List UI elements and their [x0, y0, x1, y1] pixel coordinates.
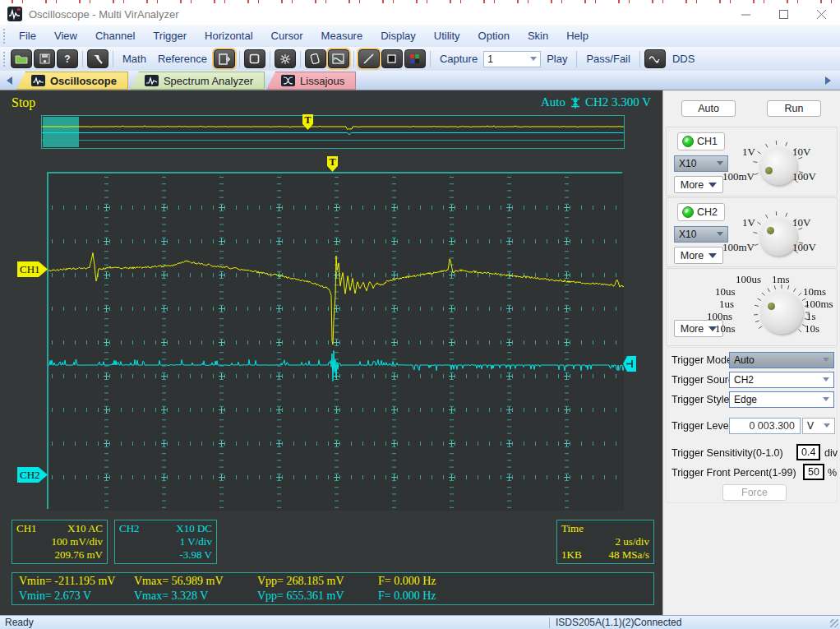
- trigger-level-marker[interactable]: [623, 356, 636, 372]
- knob-label-10ms: 10ms: [803, 285, 826, 298]
- waveform-display-button[interactable]: [328, 49, 349, 68]
- chevron-down-icon: [824, 423, 830, 429]
- line-draw-button[interactable]: [358, 49, 380, 68]
- trigger-source-select[interactable]: CH2: [729, 372, 834, 388]
- trigger-level-unit-select[interactable]: V: [802, 418, 835, 434]
- status-message: Ready: [0, 617, 34, 628]
- sample-rate: 48 MSa/s: [609, 548, 649, 562]
- knob-label-100v: 100V: [792, 170, 816, 183]
- save-button[interactable]: [34, 49, 55, 68]
- tab-spectrum-analyzer[interactable]: Spectrum Analyzer: [130, 72, 265, 90]
- ch1-measurements-row: Vmin= -211.195 mV Vmax= 56.989 mV Vpp= 2…: [19, 574, 653, 589]
- run-button[interactable]: Run: [767, 100, 821, 117]
- menu-display[interactable]: Display: [372, 26, 425, 45]
- ch1-position-flag[interactable]: CH1: [17, 261, 48, 277]
- ch2-more-button[interactable]: More: [674, 247, 723, 264]
- force-trigger-button[interactable]: Force: [722, 484, 787, 501]
- device-button[interactable]: [305, 49, 326, 68]
- autoset-button[interactable]: [275, 49, 296, 68]
- capture-count-value: 1: [487, 53, 493, 65]
- menu-help[interactable]: Help: [557, 26, 598, 45]
- app-icon: [7, 7, 22, 21]
- time-label: Time: [561, 522, 584, 535]
- ch1-button-label: CH1: [697, 136, 718, 147]
- ch2-enable-button[interactable]: CH2: [677, 203, 725, 221]
- auto-button[interactable]: Auto: [681, 100, 736, 117]
- trigger-sensitivity-input[interactable]: 0.4: [796, 444, 820, 460]
- knob-label-1v: 1V: [742, 146, 755, 159]
- document-tab-bar: Oscilloscope Spectrum Analyzer Lissajous: [0, 71, 840, 90]
- trigger-mode-select[interactable]: Auto: [729, 352, 834, 368]
- waveform-overview-strip[interactable]: [41, 115, 625, 149]
- tab-label: Spectrum Analyzer: [164, 75, 253, 87]
- knob-label-100mv: 100mV: [722, 170, 755, 183]
- maximize-button[interactable]: [764, 3, 802, 25]
- trigger-style-value: Edge: [734, 394, 757, 405]
- ch2-probe-value: X10: [679, 229, 696, 240]
- main-toolbar: ? Math Reference Capture 1 Play Pass/Fai…: [0, 47, 840, 71]
- open-file-button[interactable]: [11, 49, 32, 68]
- toolbar-separator: [430, 51, 431, 67]
- dds-icon[interactable]: [644, 49, 666, 68]
- menu-cursor[interactable]: Cursor: [262, 26, 312, 45]
- ch2-position-flag[interactable]: CH2: [17, 467, 48, 483]
- close-button[interactable]: [802, 3, 840, 25]
- ch1-probe-select[interactable]: X10: [674, 155, 728, 172]
- fullscreen-button[interactable]: [244, 49, 265, 68]
- toolbar-separator: [113, 51, 113, 67]
- knob-label-1v: 1V: [742, 216, 755, 229]
- timebase-knob[interactable]: [760, 291, 803, 334]
- minimize-button[interactable]: [727, 3, 764, 25]
- ch2-probe-select[interactable]: X10: [674, 226, 728, 243]
- ch1-readout-box: CH1X10 AC 100 mV/div 209.76 mV: [12, 520, 108, 564]
- menu-utility[interactable]: Utility: [425, 26, 469, 45]
- menu-view[interactable]: View: [45, 26, 86, 45]
- menu-trigger[interactable]: Trigger: [144, 26, 196, 45]
- ch1-vpp: Vpp= 268.185 mV: [257, 574, 378, 589]
- play-button[interactable]: Play: [541, 49, 573, 68]
- graticule[interactable]: [47, 172, 622, 509]
- capture-count-select[interactable]: 1: [483, 51, 541, 67]
- ch1-vmin: Vmin= -211.195 mV: [19, 574, 134, 589]
- menu-file[interactable]: File: [10, 26, 45, 45]
- knob-label-1s: 1s: [806, 310, 816, 323]
- menu-bar: File View Channel Trigger Horizontal Cur…: [0, 25, 840, 47]
- ch1-enable-button[interactable]: CH1: [677, 132, 725, 150]
- tab-oscilloscope[interactable]: Oscilloscope: [16, 72, 128, 90]
- menu-horizontal[interactable]: Horizontal: [196, 26, 262, 45]
- tool-settings-button[interactable]: [87, 49, 108, 68]
- tab-scroll-right-button[interactable]: [822, 73, 833, 88]
- color-settings-button[interactable]: [404, 49, 426, 68]
- knob-indicator-dot: [765, 167, 773, 174]
- timebase-control-group: More 100us 1ms 10us 10ms 1us 100ms 100ns…: [666, 268, 838, 346]
- resize-grip-icon[interactable]: [830, 619, 838, 627]
- dds-button[interactable]: DDS: [667, 49, 700, 68]
- menu-measure[interactable]: Measure: [312, 26, 372, 45]
- trigger-source-level-readout: CH2 3.300 V: [585, 95, 651, 109]
- scope-display-area: Stop Auto CH2 3.300 V T T CH1 CH2 CH1X10…: [0, 90, 662, 615]
- menu-channel[interactable]: Channel: [86, 26, 144, 45]
- tab-label: Lissajous: [300, 75, 344, 87]
- trigger-front-input[interactable]: 50: [803, 464, 824, 480]
- trigger-position-flag[interactable]: T: [327, 156, 338, 172]
- trigger-front-label: Trigger Front Percent(1-99): [672, 467, 796, 479]
- help-button[interactable]: ?: [57, 49, 78, 68]
- tab-scroll-left-button[interactable]: [3, 73, 15, 88]
- stop-display-button[interactable]: [381, 49, 403, 68]
- passfail-button[interactable]: Pass/Fail: [580, 49, 635, 68]
- menu-skin[interactable]: Skin: [519, 26, 557, 45]
- trigger-sensitivity-unit: div: [824, 447, 838, 459]
- toolbar-separator: [353, 51, 354, 67]
- tab-lissajous[interactable]: Lissajous: [266, 72, 356, 90]
- panel-toggle-button[interactable]: [214, 49, 235, 68]
- ch1-more-button[interactable]: More: [674, 176, 723, 193]
- trigger-level-input[interactable]: 0 003.300: [729, 418, 801, 434]
- reference-button[interactable]: Reference: [152, 49, 213, 68]
- ch1-scale: 100 mV/div: [52, 535, 103, 548]
- menu-option[interactable]: Option: [469, 26, 519, 45]
- trigger-style-select[interactable]: Edge: [729, 391, 834, 408]
- ch2-probe-coupling: X10 DC: [176, 522, 212, 535]
- trigger-level-unit: V: [807, 420, 814, 432]
- more-label: More: [681, 179, 704, 191]
- math-button[interactable]: Math: [117, 49, 152, 68]
